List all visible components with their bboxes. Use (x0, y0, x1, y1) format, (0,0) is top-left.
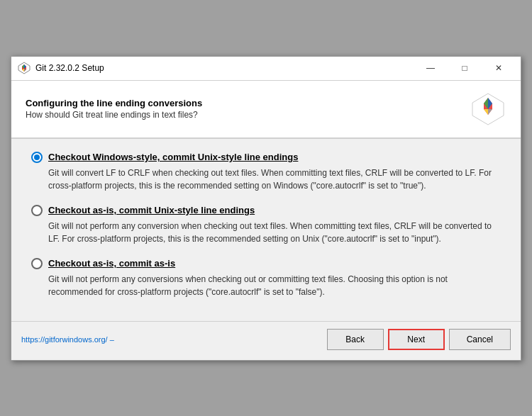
window-controls: — □ ✕ (414, 57, 515, 79)
option-3-desc: Git will not perform any conversions whe… (48, 273, 501, 298)
setup-window: Git 2.32.0.2 Setup — □ ✕ Configuring the… (11, 56, 521, 361)
radio-option-1[interactable] (31, 152, 43, 163)
minimize-button[interactable]: — (414, 57, 447, 79)
option-3-label: Checkout as-is, commit as-is (48, 258, 175, 269)
header-text: Configuring the line ending conversions … (26, 98, 202, 120)
footer-buttons: Back Next Cancel (327, 329, 511, 350)
option-2-row[interactable]: Checkout as-is, commit Unix-style line e… (31, 205, 501, 216)
option-3-row[interactable]: Checkout as-is, commit as-is (31, 258, 501, 269)
app-icon (17, 61, 31, 75)
option-2-label: Checkout as-is, commit Unix-style line e… (48, 205, 255, 215)
window-title: Git 2.32.0.2 Setup (35, 63, 414, 73)
close-button[interactable]: ✕ (482, 57, 515, 79)
option-1-row[interactable]: Checkout Windows-style, commit Unix-styl… (31, 152, 501, 163)
footer-link[interactable]: https://gitforwindows.org/ – (21, 335, 114, 344)
maximize-button[interactable]: □ (448, 57, 481, 79)
option-group-3: Checkout as-is, commit as-is Git will no… (31, 258, 501, 298)
subheading: How should Git treat line endings in tex… (26, 110, 202, 120)
content-area: Checkout Windows-style, commit Unix-styl… (11, 139, 521, 318)
svg-marker-11 (488, 109, 492, 115)
next-button[interactable]: Next (388, 329, 445, 350)
back-button[interactable]: Back (327, 329, 384, 350)
git-logo (470, 91, 506, 128)
title-bar: Git 2.32.0.2 Setup — □ ✕ (11, 57, 521, 81)
option-group-2: Checkout as-is, commit Unix-style line e… (31, 205, 501, 245)
option-1-label: Checkout Windows-style, commit Unix-styl… (48, 152, 298, 162)
option-group-1: Checkout Windows-style, commit Unix-styl… (31, 152, 501, 192)
heading: Configuring the line ending conversions (26, 98, 202, 108)
option-2-desc: Git will not perform any conversion when… (48, 220, 501, 245)
option-1-desc: Git will convert LF to CRLF when checkin… (48, 167, 501, 192)
radio-option-3[interactable] (31, 258, 43, 269)
footer: https://gitforwindows.org/ – Back Next C… (11, 321, 521, 360)
radio-option-2[interactable] (31, 205, 43, 216)
svg-marker-10 (484, 109, 488, 115)
header-section: Configuring the line ending conversions … (11, 81, 521, 139)
cancel-button[interactable]: Cancel (449, 329, 511, 350)
